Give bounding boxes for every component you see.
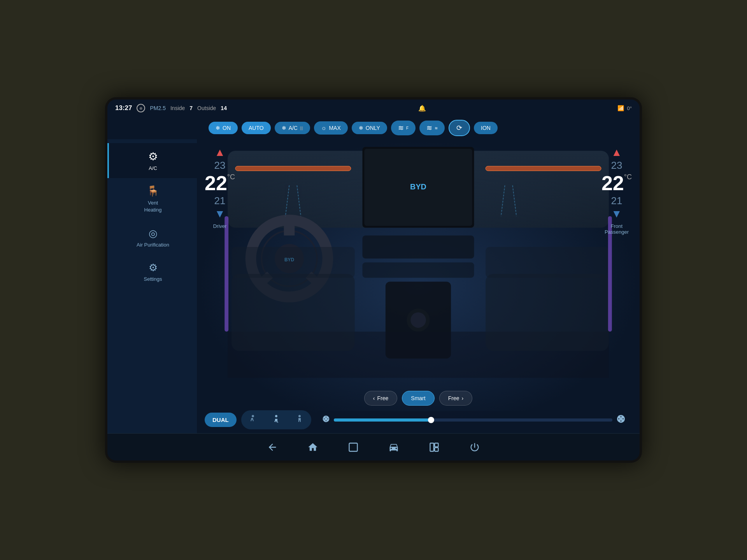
car-background <box>197 139 640 433</box>
driver-temp-unit: °C <box>227 173 235 181</box>
car-view: BYD BYD <box>197 139 640 433</box>
nav-car-button[interactable] <box>385 439 402 456</box>
fan-min-icon <box>322 415 330 425</box>
outside-label: Outside <box>197 105 216 111</box>
passenger-temp-high: 23 <box>611 159 622 172</box>
passenger-temp-up[interactable]: ▲ <box>611 147 622 158</box>
fan-slider-thumb <box>428 417 434 423</box>
btn-max[interactable]: ☼ MAX <box>314 121 348 135</box>
dual-fan-row: DUAL <box>205 410 632 429</box>
main-content: ⚙ A/C 🪑 VentHeating ◎ Air Purification ⚙… <box>107 139 640 433</box>
btn-ac-label: A/C <box>289 125 298 131</box>
driver-temp-main: 22 <box>205 173 227 193</box>
svg-rect-34 <box>435 448 438 451</box>
svg-rect-32 <box>430 443 434 451</box>
btn-rear-heat[interactable]: ≋ ≋ <box>419 121 445 135</box>
screen-bezel: 13:27 ⊕ PM2.5 Inside 7 Outside 14 🔔 📶 0°… <box>105 97 642 463</box>
btn-recirculate[interactable]: ⟳ <box>449 120 470 136</box>
btn-auto[interactable]: AUTO <box>242 122 271 134</box>
svg-rect-33 <box>435 443 438 446</box>
btn-on-label: ON <box>223 125 231 131</box>
fan-max-icon <box>616 414 626 426</box>
sidebar-vent-label: VentHeating <box>144 200 162 214</box>
bottom-controls: ‹ Free Smart Free › <box>205 391 632 429</box>
settings-icon: ⚙ <box>149 262 158 274</box>
btn-smart-label: Smart <box>411 395 425 401</box>
dir-btn-face-body[interactable] <box>265 410 288 429</box>
driver-temp-up[interactable]: ▲ <box>214 147 225 158</box>
signal-icon: 📶 <box>617 105 624 111</box>
sidebar-item-ac[interactable]: ⚙ A/C <box>107 143 197 178</box>
sidebar-air-label: Air Purification <box>137 242 169 248</box>
battery-text: 0° <box>627 105 632 111</box>
btn-ion[interactable]: ION <box>474 122 498 134</box>
fan-slider[interactable] <box>334 418 612 422</box>
btn-ion-label: ION <box>481 125 491 131</box>
inside-label: Inside <box>170 105 185 111</box>
nav-recent-button[interactable] <box>345 439 362 456</box>
top-buttons-bar: ❄ ON AUTO ❄ A/C ||| ☼ MAX ❄ ONLY ≋ F <box>107 117 640 139</box>
driver-label: Driver <box>213 223 227 229</box>
fan-slider-fill <box>334 418 431 422</box>
recirculate-icon: ⟳ <box>456 124 462 132</box>
btn-free-left[interactable]: ‹ Free <box>364 391 397 406</box>
notification-bell: 🔔 <box>418 105 426 112</box>
btn-free-right[interactable]: Free › <box>439 391 472 406</box>
sidebar-item-settings[interactable]: ⚙ Settings <box>107 255 197 289</box>
btn-free-right-label: Free <box>448 395 459 401</box>
btn-free-left-label: Free <box>377 395 389 401</box>
status-left: 13:27 ⊕ PM2.5 Inside 7 Outside 14 <box>115 104 227 112</box>
fan-only-icon: ❄ <box>359 125 363 131</box>
chevron-right-icon: › <box>461 395 463 401</box>
status-right: 📶 0° <box>617 105 632 111</box>
dir-btn-feet[interactable] <box>288 410 311 429</box>
ac-sidebar-icon: ⚙ <box>148 150 158 163</box>
btn-front-heat[interactable]: ≋ F <box>391 121 416 135</box>
vent-heating-icon: 🪑 <box>147 185 159 197</box>
ac-sub-icon: ||| <box>300 126 303 130</box>
btn-max-label: MAX <box>329 125 340 131</box>
passenger-temp-unit: °C <box>624 173 632 181</box>
driver-temp-high: 23 <box>214 159 226 172</box>
passenger-temp-low: 21 <box>611 195 622 207</box>
sidebar-item-air-purification[interactable]: ◎ Air Purification <box>107 220 197 255</box>
passenger-temp-main: 22 <box>601 173 624 193</box>
screen: 13:27 ⊕ PM2.5 Inside 7 Outside 14 🔔 📶 0°… <box>107 100 640 460</box>
nav-split-button[interactable] <box>426 439 443 456</box>
front-heat-sub: F <box>406 126 409 130</box>
rear-heat-sub: ≋ <box>435 126 438 130</box>
status-bar: 13:27 ⊕ PM2.5 Inside 7 Outside 14 🔔 📶 0° <box>107 100 640 117</box>
sidebar-ac-label: A/C <box>149 165 157 171</box>
sidebar-item-vent-heating[interactable]: 🪑 VentHeating <box>107 178 197 220</box>
driver-temp-down[interactable]: ▼ <box>214 208 225 219</box>
nav-back-button[interactable] <box>264 439 281 456</box>
btn-auto-label: AUTO <box>249 125 264 131</box>
dir-btn-body[interactable] <box>241 410 265 429</box>
passenger-temp-control: ▲ 23 22 °C 21 ▼ FrontPassenger <box>601 147 632 235</box>
btn-only[interactable]: ❄ ONLY <box>352 122 387 134</box>
status-time: 13:27 <box>115 104 132 112</box>
nav-home-button[interactable] <box>304 439 321 456</box>
dual-label: DUAL <box>212 416 229 423</box>
passenger-temp-down[interactable]: ▼ <box>611 208 622 219</box>
btn-on[interactable]: ❄ ON <box>209 122 238 134</box>
driver-temp-low: 21 <box>214 195 226 207</box>
fan-speed-row <box>316 411 632 429</box>
direction-buttons <box>241 410 311 429</box>
air-purification-icon: ◎ <box>149 228 158 240</box>
max-sun-icon: ☼ <box>321 124 327 131</box>
ac-icon: ❄ <box>282 125 286 131</box>
dual-button[interactable]: DUAL <box>205 413 237 427</box>
wifi-icon: ⊕ <box>137 104 145 112</box>
pm25-label: PM2.5 <box>150 105 165 111</box>
notification-area: 🔔 <box>418 105 426 112</box>
fan-on-icon: ❄ <box>216 125 220 131</box>
btn-ac[interactable]: ❄ A/C ||| <box>275 122 310 134</box>
passenger-label: FrontPassenger <box>605 223 629 235</box>
btn-only-label: ONLY <box>366 125 380 131</box>
nav-power-button[interactable] <box>466 439 483 456</box>
sidebar: ⚙ A/C 🪑 VentHeating ◎ Air Purification ⚙… <box>107 139 197 433</box>
btn-smart[interactable]: Smart <box>402 391 434 406</box>
mode-row: ‹ Free Smart Free › <box>205 391 632 406</box>
svg-rect-31 <box>349 443 358 451</box>
